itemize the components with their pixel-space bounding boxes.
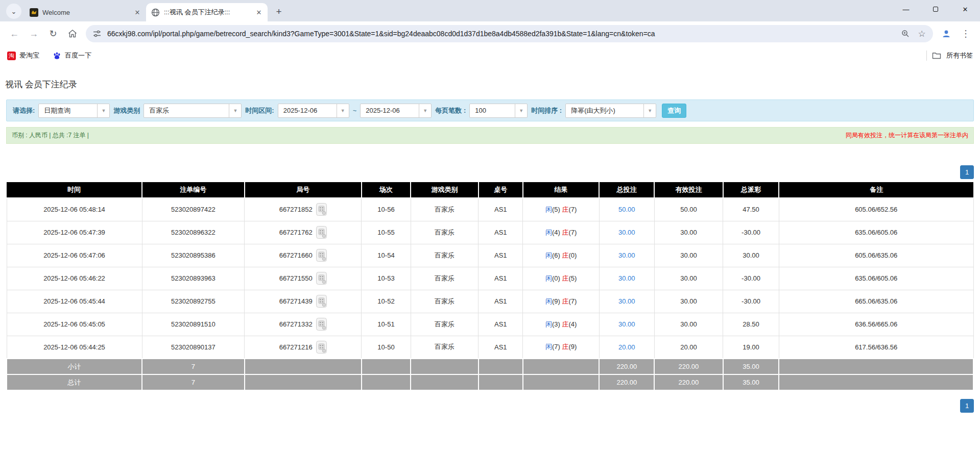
table-no-cell: AS1 xyxy=(479,336,523,359)
session-cell: 10-52 xyxy=(362,290,411,313)
grand-total-row: 总计 7 220.00 220.00 35.00 xyxy=(7,374,973,390)
game-category-cell: 百家乐 xyxy=(411,198,479,221)
tab-title: Welcome xyxy=(42,9,129,16)
bet-no-cell: 523020892755 xyxy=(142,290,245,313)
round-no-cell: 667271762 xyxy=(245,221,362,244)
bet-no-cell: 523020897422 xyxy=(142,198,245,221)
remark-cell: 636.56/665.06 xyxy=(779,313,973,336)
session-cell: 10-56 xyxy=(362,198,411,221)
header-session: 场次 xyxy=(362,182,411,198)
valid-bet-cell: 30.00 xyxy=(654,244,723,267)
search-button[interactable]: 查询 xyxy=(662,104,686,118)
chevron-down-icon: ▼ xyxy=(229,104,241,117)
close-tab-icon[interactable]: ✕ xyxy=(133,8,142,17)
payout-cell: 30.00 xyxy=(723,244,779,267)
table-row: 2025-12-06 05:48:14 523020897422 6672718… xyxy=(7,198,973,221)
table-no-cell: AS1 xyxy=(479,198,523,221)
table-row: 2025-12-06 05:44:25 523020890137 6672712… xyxy=(7,336,973,359)
tab-betrecord[interactable]: :::视讯 会员下注纪录::: ✕ xyxy=(146,3,268,21)
total-bet-link[interactable]: 50.00 xyxy=(618,206,635,213)
total-bet-link[interactable]: 30.00 xyxy=(618,297,635,305)
total-bet-link[interactable]: 30.00 xyxy=(618,274,635,282)
window-controls: — ✕ xyxy=(891,0,980,18)
game-category-cell: 百家乐 xyxy=(411,221,479,244)
bet-no-cell: 523020893963 xyxy=(142,267,245,290)
time-cell: 2025-12-06 05:47:06 xyxy=(7,244,142,267)
bet-no-cell: 523020895386 xyxy=(142,244,245,267)
date-range-label: 时间区间: xyxy=(245,106,274,115)
close-tab-icon[interactable]: ✕ xyxy=(254,8,264,17)
game-category-select[interactable]: 百家乐 ▼ xyxy=(144,104,242,118)
tab-search-button[interactable]: ⌄ xyxy=(6,4,21,19)
session-cell: 10-50 xyxy=(362,336,411,359)
video-replay-icon[interactable] xyxy=(316,203,327,216)
zoom-icon[interactable] xyxy=(899,28,912,40)
total-bet-cell: 30.00 xyxy=(599,221,654,244)
bookmark-label: 百度一下 xyxy=(65,51,91,60)
round-no-cell: 667271852 xyxy=(245,198,362,221)
menu-icon[interactable]: ⋮ xyxy=(957,24,975,43)
result-cell: 闲(4) 庄(7) xyxy=(523,221,600,244)
video-replay-icon[interactable] xyxy=(316,249,327,262)
date-separator: ~ xyxy=(353,107,357,114)
minimize-button[interactable]: — xyxy=(891,0,921,18)
video-replay-icon[interactable] xyxy=(316,295,327,308)
total-payout: 35.00 xyxy=(723,374,779,390)
session-cell: 10-53 xyxy=(362,267,411,290)
pagination-bottom: 1 xyxy=(6,399,974,413)
round-no-cell: 667271439 xyxy=(245,290,362,313)
query-type-label: 请选择: xyxy=(13,106,35,115)
new-tab-button[interactable]: + xyxy=(272,5,286,19)
profile-avatar[interactable] xyxy=(937,24,955,43)
maximize-button[interactable] xyxy=(921,0,950,18)
taobao-icon: 淘 xyxy=(7,52,16,60)
address-bar[interactable]: 66cxkj98.com/ipl/portal.php/game/betreco… xyxy=(86,25,933,42)
subtotal-valid-bet: 220.00 xyxy=(654,359,723,374)
result-cell: 闲(9) 庄(7) xyxy=(523,290,600,313)
reload-button[interactable]: ↻ xyxy=(44,24,62,43)
video-replay-icon[interactable] xyxy=(316,272,327,285)
url-text[interactable]: 66cxkj98.com/ipl/portal.php/game/betreco… xyxy=(107,30,895,38)
page-size-select[interactable]: 100 ▼ xyxy=(469,104,528,118)
round-no-cell: 667271332 xyxy=(245,313,362,336)
home-button[interactable] xyxy=(63,24,82,43)
bookmark-star-icon[interactable]: ☆ xyxy=(916,28,928,40)
site-settings-icon[interactable] xyxy=(91,28,103,40)
forward-button[interactable]: → xyxy=(25,24,43,43)
close-window-button[interactable]: ✕ xyxy=(950,0,980,18)
video-replay-icon[interactable] xyxy=(316,226,327,239)
tab-strip: ⌄ Welcome ✕ :::视讯 会员下注纪录::: ✕ + — ✕ xyxy=(0,0,980,21)
date-to-select[interactable]: 2025-12-06 ▼ xyxy=(360,104,432,118)
bookmark-aitaobao[interactable]: 淘 爱淘宝 xyxy=(7,51,39,60)
total-bet-link[interactable]: 20.00 xyxy=(618,343,635,351)
page-1-button[interactable]: 1 xyxy=(960,399,974,413)
summary-left-text: 币别 : 人民币 | 总共 :7 注单 | xyxy=(12,131,89,140)
bookmark-baidu[interactable]: 百度一下 xyxy=(53,51,91,60)
all-bookmarks-label[interactable]: 所有书签 xyxy=(946,51,973,60)
total-bet-link[interactable]: 30.00 xyxy=(618,229,635,236)
payout-cell: -30.00 xyxy=(723,290,779,313)
tab-welcome[interactable]: Welcome ✕ xyxy=(25,3,146,21)
query-type-select[interactable]: 日期查询 ▼ xyxy=(38,104,110,118)
total-bet-link[interactable]: 30.00 xyxy=(618,251,635,259)
round-no-cell: 667271660 xyxy=(245,244,362,267)
bet-no-cell: 523020890137 xyxy=(142,336,245,359)
total-bet-link[interactable]: 30.00 xyxy=(618,320,635,328)
globe-icon xyxy=(151,8,160,17)
video-replay-icon[interactable] xyxy=(316,341,327,354)
remark-cell: 635.06/605.06 xyxy=(779,221,973,244)
remark-cell: 605.06/635.06 xyxy=(779,244,973,267)
video-replay-icon[interactable] xyxy=(316,318,327,331)
table-row: 2025-12-06 05:47:39 523020896322 6672717… xyxy=(7,221,973,244)
game-category-label: 游戏类别 xyxy=(113,106,140,115)
welcome-favicon-icon xyxy=(30,8,38,17)
page-1-button[interactable]: 1 xyxy=(960,165,974,179)
subtotal-label: 小计 xyxy=(7,359,142,374)
back-button[interactable]: ← xyxy=(5,24,23,43)
time-cell: 2025-12-06 05:48:14 xyxy=(7,198,142,221)
result-cell: 闲(6) 庄(0) xyxy=(523,244,600,267)
table-no-cell: AS1 xyxy=(479,244,523,267)
total-bet-cell: 30.00 xyxy=(599,313,654,336)
time-sort-select[interactable]: 降幂(由大到小) ▼ xyxy=(565,104,656,118)
date-from-select[interactable]: 2025-12-06 ▼ xyxy=(278,104,349,118)
